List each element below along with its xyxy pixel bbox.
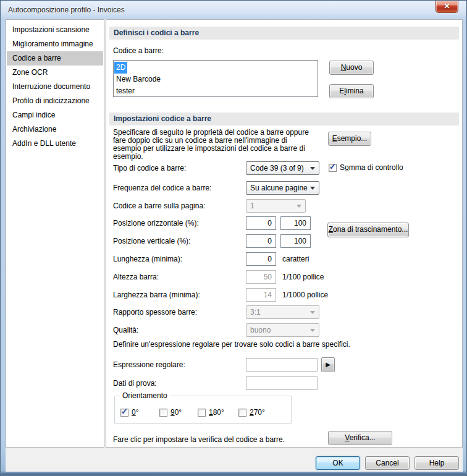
bar-width-input bbox=[246, 288, 276, 302]
list-item[interactable]: New Barcode bbox=[114, 74, 317, 85]
barcode-on-page-combobox: 1 bbox=[246, 199, 306, 213]
section-header-barcode-settings: Impostazioni codice a barre bbox=[109, 113, 459, 125]
quality-combobox: buono bbox=[246, 323, 319, 337]
barcode-type-combobox[interactable]: Code 39 (3 of 9) bbox=[246, 161, 319, 175]
horizontal-position-from-input[interactable] bbox=[246, 216, 276, 230]
sidebar: Impostazioni scansione Miglioramento imm… bbox=[6, 19, 104, 448]
horizontal-position-to-input[interactable] bbox=[280, 216, 311, 230]
check-icon: ✓ bbox=[329, 163, 336, 171]
sidebar-item-miglioramento-immagine[interactable]: Miglioramento immagine bbox=[7, 37, 103, 51]
close-icon: ✕ bbox=[444, 2, 450, 11]
bar-width-unit: 1/1000 pollice bbox=[282, 291, 328, 299]
checkbox-box: ✓ bbox=[238, 409, 246, 417]
sidebar-item-interruzione-documento[interactable]: Interruzione documento bbox=[7, 80, 103, 94]
chevron-down-icon bbox=[297, 205, 301, 208]
min-length-input[interactable] bbox=[246, 252, 276, 266]
sidebar-item-campi-indice[interactable]: Campi indice bbox=[7, 108, 103, 122]
barcode-listbox[interactable]: 2D New Barcode tester bbox=[113, 60, 318, 97]
bar-ratio-label: Rapporto spessore barre: bbox=[113, 308, 197, 317]
play-icon: ▶ bbox=[326, 361, 330, 368]
barcode-list-label: Codice a barre: bbox=[113, 46, 164, 55]
orientation-90-checkbox[interactable]: ✓ 90° bbox=[159, 408, 182, 417]
regex-menu-button[interactable]: ▶ bbox=[321, 357, 335, 372]
checksum-label: Somma di controllo bbox=[340, 163, 403, 172]
section-header-define-barcodes: Definisci i codici a barre bbox=[109, 27, 459, 40]
chevron-down-icon bbox=[310, 329, 315, 332]
chevron-down-icon bbox=[310, 167, 315, 170]
sidebar-item-impostazioni-scansione[interactable]: Impostazioni scansione bbox=[7, 23, 103, 37]
regex-label: Espressione regolare: bbox=[113, 360, 185, 369]
orientation-180-checkbox[interactable]: ✓ 180° bbox=[198, 408, 224, 417]
footer: OK Cancel Help bbox=[6, 448, 463, 472]
main-panel: Definisci i codici a barre Codice a barr… bbox=[106, 19, 463, 448]
test-data-label: Dati di prova: bbox=[113, 379, 157, 388]
sidebar-item-zone-ocr[interactable]: Zone OCR bbox=[7, 66, 103, 80]
chevron-down-icon bbox=[310, 311, 315, 314]
orientation-0-checkbox[interactable]: ✓ 0° bbox=[120, 408, 139, 417]
barcode-on-page-label: Codice a barre sulla pagina: bbox=[113, 202, 205, 210]
profile-wizard-dialog: Autocomposizione profilo - Invoices ✕ Im… bbox=[0, 0, 467, 476]
test-data-input[interactable] bbox=[246, 376, 318, 390]
delete-button[interactable]: Elimina bbox=[329, 84, 374, 98]
check-icon: ✓ bbox=[121, 407, 128, 415]
bar-height-unit: 1/100 pollice bbox=[282, 273, 324, 281]
regex-note: Definire un'espressione regolare per tro… bbox=[113, 341, 459, 349]
horizontal-position-label: Posizione orizzontale (%): bbox=[113, 219, 199, 227]
checkbox-box: ✓ bbox=[120, 409, 128, 417]
close-button[interactable]: ✕ bbox=[435, 1, 458, 13]
ok-button[interactable]: OK bbox=[316, 456, 360, 470]
regex-input[interactable] bbox=[246, 358, 318, 372]
verify-button[interactable]: Verifica... bbox=[328, 431, 392, 445]
sidebar-item-archiviazione[interactable]: Archiviazione bbox=[7, 122, 103, 137]
checkbox-box: ✓ bbox=[198, 409, 206, 417]
vertical-position-from-input[interactable] bbox=[246, 234, 276, 248]
quality-label: Qualità: bbox=[113, 326, 138, 334]
titlebar: Autocomposizione profilo - Invoices ✕ bbox=[1, 1, 466, 19]
list-item[interactable]: 2D bbox=[114, 62, 317, 74]
orientation-groupbox: Orientamento ✓ 0° ✓ 90° ✓ 180° ✓ 270° bbox=[114, 396, 292, 424]
bar-height-label: Altezza barra: bbox=[113, 273, 159, 281]
checksum-checkbox[interactable]: ✓ Somma di controllo bbox=[329, 163, 403, 172]
barcode-type-label: Tipo di codice a barre: bbox=[113, 164, 186, 172]
checkbox-box: ✓ bbox=[329, 164, 337, 172]
example-button[interactable]: Esempio... bbox=[328, 132, 371, 146]
min-length-label: Lunghezza (minima): bbox=[113, 255, 182, 263]
sidebar-item-addin-dll-utente[interactable]: AddIn e DLL utente bbox=[7, 137, 103, 151]
min-length-unit: caratteri bbox=[282, 255, 309, 263]
orientation-title: Orientamento bbox=[120, 391, 170, 400]
sidebar-item-profilo-di-indicizzazione[interactable]: Profilo di indicizzazione bbox=[7, 94, 103, 108]
chevron-down-icon bbox=[310, 187, 315, 190]
vertical-position-label: Posizione verticale (%): bbox=[113, 237, 190, 245]
new-button[interactable]: Nuovo bbox=[329, 61, 374, 75]
bar-height-input bbox=[246, 270, 276, 284]
checkbox-box: ✓ bbox=[159, 409, 167, 417]
bar-width-label: Larghezza barra (minima): bbox=[113, 291, 200, 299]
orientation-270-checkbox[interactable]: ✓ 270° bbox=[238, 408, 265, 417]
help-button[interactable]: Help bbox=[414, 456, 459, 470]
verify-note: Fare clic per impostare la verifica del … bbox=[113, 435, 285, 444]
drag-zone-button[interactable]: Zona di trascinamento... bbox=[327, 223, 409, 237]
dialog-body: Impostazioni scansione Miglioramento imm… bbox=[6, 19, 463, 472]
settings-description: Specificare di seguito le proprietà del … bbox=[113, 129, 342, 161]
cancel-button[interactable]: Cancel bbox=[365, 456, 410, 470]
bar-ratio-combobox: 3:1 bbox=[246, 305, 319, 319]
list-item[interactable]: tester bbox=[114, 85, 317, 97]
frequency-combobox[interactable]: Su alcune pagine bbox=[246, 181, 319, 195]
frequency-label: Frequenza del codice a barre: bbox=[113, 184, 211, 192]
vertical-position-to-input[interactable] bbox=[280, 234, 311, 248]
window-title: Autocomposizione profilo - Invoices bbox=[8, 6, 125, 14]
sidebar-item-codice-a-barre[interactable]: Codice a barre bbox=[7, 51, 103, 66]
